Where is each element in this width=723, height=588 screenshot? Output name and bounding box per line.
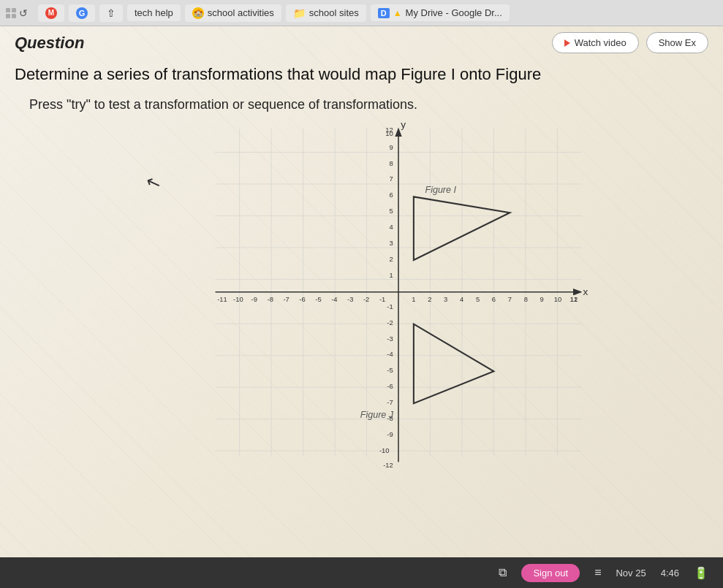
header-row: Question Watch video Show Ex [0,26,723,56]
svg-text:12: 12 [569,295,577,303]
svg-text:-10: -10 [233,295,243,303]
tab-item-drive[interactable]: D ▲ My Drive - Google Dr... [371,4,510,21]
watch-video-button[interactable]: Watch video [552,32,639,53]
svg-text:8: 8 [389,159,393,167]
tab-item-share[interactable]: ⇧ [99,4,123,22]
school-activities-label: school activities [208,7,274,18]
share-icon: ⇧ [107,7,116,19]
x-axis-label: x [583,286,588,297]
svg-text:-1: -1 [387,302,393,310]
svg-text:12: 12 [385,125,393,133]
svg-text:6: 6 [491,295,495,303]
question-text: Determine a series of transformations th… [0,56,723,89]
time-value: 4:46 [661,568,679,579]
svg-text:3: 3 [389,239,393,247]
svg-text:7: 7 [507,295,511,303]
header-buttons: Watch video Show Ex [552,32,708,53]
question-main-text: Determine a series of transformations th… [15,65,541,83]
apps-icon[interactable] [6,8,16,18]
sign-out-button[interactable]: Sign out [521,564,580,582]
cursor-arrow: ↖ [143,170,164,194]
svg-text:-5: -5 [387,366,393,374]
svg-text:-3: -3 [387,334,393,342]
browser-icons: ↺ [6,7,28,19]
instruction-content: Press "try" to test a transformation or … [29,97,417,112]
sign-out-label: Sign out [533,568,568,579]
svg-text:-8: -8 [267,295,273,303]
svg-text:1: 1 [389,271,393,279]
svg-text:5: 5 [389,207,393,215]
svg-text:4: 4 [389,223,393,231]
copy-icon[interactable]: ⧉ [499,566,507,579]
tab-item-tech-help[interactable]: tech help [127,4,181,21]
instruction-text: Press "try" to test a transformation or … [0,89,723,121]
tab-item-google[interactable]: G [69,4,95,22]
date-display: Nov 25 [616,568,646,579]
svg-text:-5: -5 [315,295,321,303]
figure-j-label: Figure J [360,410,393,420]
svg-text:-2: -2 [387,318,393,326]
tab-google-icon: G [76,7,88,19]
time-display: 4:46 [661,568,679,579]
drive-d-icon: D [378,8,390,18]
svg-text:8: 8 [523,295,527,303]
svg-text:-7: -7 [387,398,393,406]
svg-text:9: 9 [540,295,543,303]
svg-text:-3: -3 [347,295,353,303]
tab-item-school-sites[interactable]: 📁 school sites [286,4,366,22]
main-content: Question Watch video Show Ex Determine a… [0,26,723,588]
watch-video-label: Watch video [575,37,627,48]
tab-bar: ↺ M G ⇧ tech help 🏫 school activities 📁 … [0,0,723,26]
svg-text:9: 9 [389,142,393,150]
svg-text:3: 3 [444,295,447,303]
svg-text:-7: -7 [283,295,289,303]
drive-triangle-icon: ▲ [393,8,402,18]
tech-help-label: tech help [135,7,173,18]
svg-text:-6: -6 [387,382,393,390]
svg-text:-6: -6 [299,295,305,303]
svg-text:10: 10 [553,295,561,303]
svg-text:7: 7 [389,175,393,183]
tab-m-icon: M [45,7,57,19]
back-icon[interactable]: ↺ [19,7,28,19]
svg-text:-9: -9 [387,430,393,438]
figure-j-triangle [413,324,493,403]
svg-text:-10: -10 [379,446,389,454]
school-activities-icon: 🏫 [192,7,204,19]
svg-text:5: 5 [475,295,479,303]
show-ex-button[interactable]: Show Ex [646,32,708,53]
svg-text:6: 6 [389,191,393,199]
svg-text:-11: -11 [217,295,227,303]
svg-text:-1: -1 [379,295,385,303]
figure-i-label: Figure I [425,185,456,195]
drive-label: My Drive - Google Dr... [406,7,502,18]
svg-text:-9: -9 [251,295,257,303]
bottom-bar: ⧉ Sign out ≡ Nov 25 4:46 🔋 [0,557,723,588]
coordinate-graph: x y 1 2 3 4 5 6 7 8 9 10 11 -1 -2 -3 -4 … [179,121,618,471]
school-sites-label: school sites [309,7,359,18]
battery-icon: 🔋 [694,566,708,580]
show-ex-label: Show Ex [659,37,696,48]
svg-text:-4: -4 [387,350,393,358]
graph-container: x y 1 2 3 4 5 6 7 8 9 10 11 -1 -2 -3 -4 … [179,121,618,471]
bottom-bar-icons: ⧉ [499,566,507,579]
menu-icon[interactable]: ≡ [594,566,601,579]
svg-text:-4: -4 [331,295,337,303]
tab-item-school-activities[interactable]: 🏫 school activities [185,4,281,22]
figure-i-triangle [413,196,509,260]
tab-item-m[interactable]: M [38,4,64,22]
play-icon [564,39,570,47]
svg-text:1: 1 [412,295,415,303]
y-axis-label: y [401,121,406,130]
svg-text:-12: -12 [383,461,393,469]
question-label: Question [15,34,84,53]
date-value: Nov 25 [616,568,646,579]
svg-text:-2: -2 [363,295,369,303]
svg-text:2: 2 [389,255,393,263]
school-sites-folder-icon: 📁 [293,7,306,19]
svg-text:2: 2 [428,295,431,303]
svg-text:4: 4 [459,295,463,303]
